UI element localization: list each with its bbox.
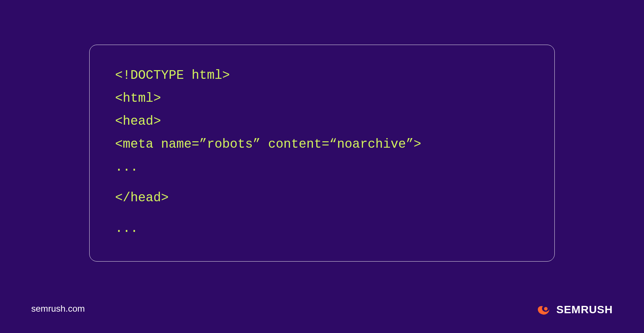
brand-logo: SEMRUSH xyxy=(535,301,613,318)
code-line: </head> xyxy=(115,187,529,210)
code-line: <head> xyxy=(115,110,529,133)
code-line: ... xyxy=(115,217,529,240)
code-line: <meta name=”robots” content=“noarchive”> xyxy=(115,133,529,156)
brand-name: SEMRUSH xyxy=(556,303,613,316)
semrush-icon xyxy=(535,301,552,318)
code-snippet-box: <!DOCTYPE html> <html> <head> <meta name… xyxy=(89,45,555,262)
footer-url: semrush.com xyxy=(31,304,85,314)
svg-point-0 xyxy=(544,307,547,311)
code-line: ... xyxy=(115,156,529,179)
code-line: <!DOCTYPE html> xyxy=(115,64,529,87)
code-line: <html> xyxy=(115,87,529,110)
